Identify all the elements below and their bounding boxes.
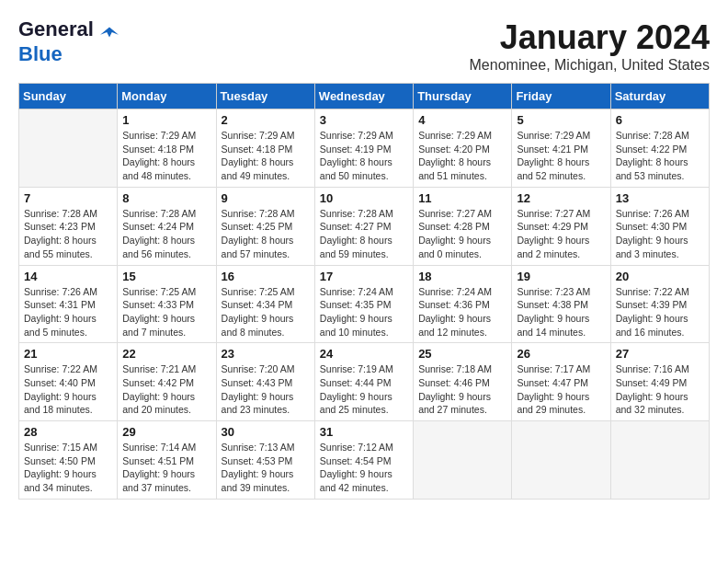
calendar-cell bbox=[610, 421, 709, 500]
day-number: 9 bbox=[222, 191, 310, 205]
calendar-cell: 10Sunrise: 7:28 AMSunset: 4:27 PMDayligh… bbox=[314, 187, 413, 265]
day-number: 31 bbox=[320, 425, 408, 439]
day-info: Sunrise: 7:25 AMSunset: 4:34 PMDaylight:… bbox=[222, 285, 310, 339]
calendar-cell: 21Sunrise: 7:22 AMSunset: 4:40 PMDayligh… bbox=[19, 343, 118, 421]
calendar-cell: 1Sunrise: 7:29 AMSunset: 4:18 PMDaylight… bbox=[118, 109, 216, 188]
calendar-cell: 12Sunrise: 7:27 AMSunset: 4:29 PMDayligh… bbox=[512, 187, 610, 265]
day-number: 19 bbox=[517, 270, 605, 283]
day-info: Sunrise: 7:15 AMSunset: 4:50 PMDaylight:… bbox=[24, 441, 112, 495]
day-info: Sunrise: 7:23 AMSunset: 4:38 PMDaylight:… bbox=[517, 285, 605, 339]
day-number: 20 bbox=[616, 270, 704, 283]
day-number: 18 bbox=[418, 270, 506, 283]
calendar-cell: 19Sunrise: 7:23 AMSunset: 4:38 PMDayligh… bbox=[512, 265, 610, 343]
day-number: 24 bbox=[320, 347, 408, 361]
day-info: Sunrise: 7:14 AMSunset: 4:51 PMDaylight:… bbox=[122, 441, 210, 495]
day-info: Sunrise: 7:29 AMSunset: 4:18 PMDaylight:… bbox=[122, 129, 210, 183]
day-info: Sunrise: 7:28 AMSunset: 4:23 PMDaylight:… bbox=[24, 207, 112, 261]
day-number: 27 bbox=[616, 347, 704, 361]
calendar-cell: 25Sunrise: 7:18 AMSunset: 4:46 PMDayligh… bbox=[414, 343, 512, 421]
calendar-week-row: 7Sunrise: 7:28 AMSunset: 4:23 PMDaylight… bbox=[19, 187, 710, 265]
day-number: 17 bbox=[320, 270, 408, 283]
calendar-cell bbox=[512, 421, 610, 500]
day-number: 28 bbox=[24, 425, 112, 439]
weekday-header-saturday: Saturday bbox=[610, 84, 709, 109]
month-title: January 2024 bbox=[470, 18, 710, 57]
day-info: Sunrise: 7:22 AMSunset: 4:40 PMDaylight:… bbox=[24, 362, 112, 417]
day-info: Sunrise: 7:25 AMSunset: 4:33 PMDaylight:… bbox=[122, 285, 210, 339]
calendar-cell: 30Sunrise: 7:13 AMSunset: 4:53 PMDayligh… bbox=[216, 421, 314, 500]
calendar-cell: 17Sunrise: 7:24 AMSunset: 4:35 PMDayligh… bbox=[314, 265, 413, 343]
day-info: Sunrise: 7:22 AMSunset: 4:39 PMDaylight:… bbox=[616, 285, 704, 339]
day-info: Sunrise: 7:27 AMSunset: 4:29 PMDaylight:… bbox=[517, 207, 605, 261]
calendar-cell: 23Sunrise: 7:20 AMSunset: 4:43 PMDayligh… bbox=[216, 343, 314, 421]
day-number: 1 bbox=[122, 113, 210, 127]
day-number: 29 bbox=[122, 425, 210, 439]
weekday-header-tuesday: Tuesday bbox=[216, 84, 314, 109]
day-number: 16 bbox=[222, 270, 310, 283]
calendar-cell: 22Sunrise: 7:21 AMSunset: 4:42 PMDayligh… bbox=[118, 343, 216, 421]
calendar-cell: 6Sunrise: 7:28 AMSunset: 4:22 PMDaylight… bbox=[610, 109, 709, 188]
calendar-cell: 9Sunrise: 7:28 AMSunset: 4:25 PMDaylight… bbox=[216, 187, 314, 265]
logo-bird-icon bbox=[99, 22, 119, 42]
title-section: January 2024 Menominee, Michigan, United… bbox=[470, 18, 710, 74]
day-info: Sunrise: 7:29 AMSunset: 4:21 PMDaylight:… bbox=[517, 129, 605, 183]
calendar-cell bbox=[19, 109, 118, 188]
day-info: Sunrise: 7:24 AMSunset: 4:35 PMDaylight:… bbox=[320, 285, 408, 339]
day-info: Sunrise: 7:28 AMSunset: 4:27 PMDaylight:… bbox=[320, 207, 408, 261]
day-number: 8 bbox=[122, 191, 210, 205]
calendar-cell: 5Sunrise: 7:29 AMSunset: 4:21 PMDaylight… bbox=[512, 109, 610, 188]
day-info: Sunrise: 7:26 AMSunset: 4:30 PMDaylight:… bbox=[616, 207, 704, 261]
calendar-cell: 11Sunrise: 7:27 AMSunset: 4:28 PMDayligh… bbox=[414, 187, 512, 265]
calendar-cell: 16Sunrise: 7:25 AMSunset: 4:34 PMDayligh… bbox=[216, 265, 314, 343]
day-number: 4 bbox=[418, 113, 506, 127]
calendar-cell: 28Sunrise: 7:15 AMSunset: 4:50 PMDayligh… bbox=[19, 421, 118, 500]
calendar-cell: 24Sunrise: 7:19 AMSunset: 4:44 PMDayligh… bbox=[314, 343, 413, 421]
day-number: 12 bbox=[517, 191, 605, 205]
calendar-cell: 4Sunrise: 7:29 AMSunset: 4:20 PMDaylight… bbox=[414, 109, 512, 188]
calendar-cell: 15Sunrise: 7:25 AMSunset: 4:33 PMDayligh… bbox=[118, 265, 216, 343]
logo-line1: General bbox=[18, 17, 94, 40]
calendar-header-row: SundayMondayTuesdayWednesdayThursdayFrid… bbox=[19, 84, 710, 109]
day-info: Sunrise: 7:18 AMSunset: 4:46 PMDaylight:… bbox=[418, 362, 506, 417]
calendar-cell: 26Sunrise: 7:17 AMSunset: 4:47 PMDayligh… bbox=[512, 343, 610, 421]
day-number: 23 bbox=[222, 347, 310, 361]
calendar-cell: 27Sunrise: 7:16 AMSunset: 4:49 PMDayligh… bbox=[610, 343, 709, 421]
weekday-header-friday: Friday bbox=[512, 84, 610, 109]
calendar-cell: 7Sunrise: 7:28 AMSunset: 4:23 PMDaylight… bbox=[19, 187, 118, 265]
weekday-header-wednesday: Wednesday bbox=[314, 84, 413, 109]
day-info: Sunrise: 7:28 AMSunset: 4:22 PMDaylight:… bbox=[616, 129, 704, 183]
day-number: 5 bbox=[517, 113, 605, 127]
weekday-header-thursday: Thursday bbox=[414, 84, 512, 109]
calendar-week-row: 14Sunrise: 7:26 AMSunset: 4:31 PMDayligh… bbox=[19, 265, 710, 343]
day-info: Sunrise: 7:21 AMSunset: 4:42 PMDaylight:… bbox=[122, 362, 210, 417]
day-number: 6 bbox=[616, 113, 704, 127]
day-info: Sunrise: 7:26 AMSunset: 4:31 PMDaylight:… bbox=[24, 285, 112, 339]
calendar-cell: 18Sunrise: 7:24 AMSunset: 4:36 PMDayligh… bbox=[414, 265, 512, 343]
day-info: Sunrise: 7:28 AMSunset: 4:25 PMDaylight:… bbox=[222, 207, 310, 261]
calendar-week-row: 28Sunrise: 7:15 AMSunset: 4:50 PMDayligh… bbox=[19, 421, 710, 500]
day-info: Sunrise: 7:29 AMSunset: 4:19 PMDaylight:… bbox=[320, 129, 408, 183]
logo-line2: Blue bbox=[18, 42, 63, 65]
day-number: 10 bbox=[320, 191, 408, 205]
day-number: 11 bbox=[418, 191, 506, 205]
calendar-cell: 13Sunrise: 7:26 AMSunset: 4:30 PMDayligh… bbox=[610, 187, 709, 265]
day-info: Sunrise: 7:12 AMSunset: 4:54 PMDaylight:… bbox=[320, 441, 408, 495]
day-number: 14 bbox=[24, 270, 112, 283]
day-info: Sunrise: 7:29 AMSunset: 4:20 PMDaylight:… bbox=[418, 129, 506, 183]
day-number: 30 bbox=[222, 425, 310, 439]
day-number: 21 bbox=[24, 347, 112, 361]
page-header: General Blue January 2024 Menominee, Mic… bbox=[18, 18, 710, 74]
day-info: Sunrise: 7:16 AMSunset: 4:49 PMDaylight:… bbox=[616, 362, 704, 417]
calendar-cell: 29Sunrise: 7:14 AMSunset: 4:51 PMDayligh… bbox=[118, 421, 216, 500]
day-info: Sunrise: 7:17 AMSunset: 4:47 PMDaylight:… bbox=[517, 362, 605, 417]
calendar-table: SundayMondayTuesdayWednesdayThursdayFrid… bbox=[18, 83, 710, 500]
day-info: Sunrise: 7:20 AMSunset: 4:43 PMDaylight:… bbox=[222, 362, 310, 417]
day-number: 2 bbox=[222, 113, 310, 127]
location-subtitle: Menominee, Michigan, United States bbox=[470, 57, 710, 74]
svg-marker-0 bbox=[100, 27, 119, 37]
calendar-week-row: 1Sunrise: 7:29 AMSunset: 4:18 PMDaylight… bbox=[19, 109, 710, 188]
weekday-header-sunday: Sunday bbox=[19, 84, 118, 109]
calendar-cell bbox=[414, 421, 512, 500]
day-number: 13 bbox=[616, 191, 704, 205]
calendar-cell: 14Sunrise: 7:26 AMSunset: 4:31 PMDayligh… bbox=[19, 265, 118, 343]
